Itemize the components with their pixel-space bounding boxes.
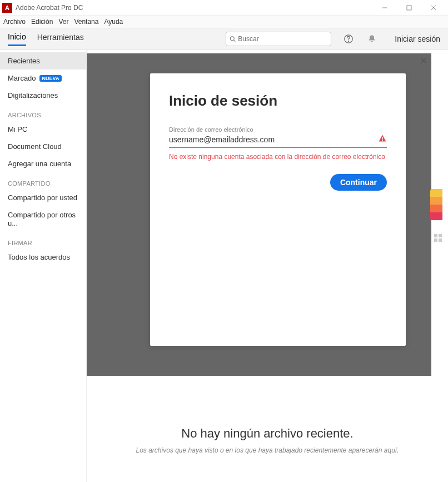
search-icon (230, 36, 236, 42)
app-icon: A (2, 3, 12, 13)
sidebar-item-label: Marcado (8, 74, 36, 82)
empty-state: No hay ningún archivo reciente. Los arch… (87, 426, 448, 454)
signin-modal: Inicio de sesión Dirección de correo ele… (150, 73, 406, 346)
minimize-button[interactable] (372, 0, 397, 16)
menu-edit[interactable]: Edición (31, 18, 53, 26)
sidebar-item-mypc[interactable]: Mi PC (0, 121, 86, 138)
menu-view[interactable]: Ver (58, 18, 68, 26)
sidebar-item-scans[interactable]: Digitalizaciones (0, 87, 86, 104)
color-stripe (430, 189, 442, 220)
continue-button[interactable]: Continuar (330, 174, 387, 191)
menubar: Archivo Edición Ver Ventana Ayuda (0, 16, 448, 28)
svg-rect-15 (382, 140, 383, 141)
svg-rect-11 (439, 238, 442, 242)
svg-rect-9 (439, 234, 442, 237)
bell-icon[interactable] (366, 33, 378, 45)
new-badge: NUEVA (39, 75, 62, 82)
email-input[interactable] (169, 135, 378, 144)
menu-help[interactable]: Ayuda (104, 18, 123, 26)
close-button[interactable] (421, 0, 446, 16)
warning-icon (378, 134, 387, 145)
empty-subtitle: Los archivos que haya visto o en los que… (87, 446, 448, 454)
sidebar-item-shared-by-others[interactable]: Compartido por otros u... (0, 206, 86, 232)
svg-rect-1 (407, 6, 411, 10)
error-message: No existe ninguna cuenta asociada con la… (169, 152, 387, 162)
svg-rect-8 (434, 234, 437, 237)
svg-rect-14 (382, 137, 383, 140)
window-titlebar: A Adobe Acrobat Pro DC (0, 0, 448, 16)
modal-title: Inicio de sesión (169, 92, 387, 110)
menu-window[interactable]: Ventana (74, 18, 98, 26)
menu-file[interactable]: Archivo (3, 18, 26, 26)
sidebar-item-addaccount[interactable]: Agregar una cuenta (0, 155, 86, 172)
window-title: Adobe Acrobat Pro DC (16, 4, 372, 12)
svg-rect-10 (434, 238, 437, 242)
view-grid-icon[interactable] (434, 233, 442, 245)
sidebar-head-sign: FIRMAR (0, 232, 86, 249)
email-field-row (169, 134, 387, 148)
signin-link[interactable]: Iniciar sesión (395, 34, 440, 43)
sidebar-item-agreements[interactable]: Todos los acuerdos (0, 249, 86, 266)
email-label: Dirección de correo electrónico (169, 126, 387, 133)
sidebar-item-marked[interactable]: Marcado NUEVA (0, 69, 86, 87)
modal-close-button[interactable] (419, 56, 430, 67)
tab-home[interactable]: Inicio (8, 32, 26, 46)
search-box[interactable] (226, 32, 331, 46)
search-input[interactable] (238, 35, 327, 43)
empty-title: No hay ningún archivo reciente. (87, 426, 448, 441)
tab-tools[interactable]: Herramientas (37, 33, 84, 45)
toolbar: Inicio Herramientas Iniciar sesión (0, 28, 448, 50)
sidebar-head-shared: COMPARTIDO (0, 172, 86, 189)
svg-point-4 (231, 37, 235, 41)
sidebar: Recientes Marcado NUEVA Digitalizaciones… (0, 50, 87, 482)
sidebar-item-recent[interactable]: Recientes (0, 52, 86, 69)
sidebar-item-shared-by-you[interactable]: Compartido por usted (0, 189, 86, 206)
sidebar-item-doccloud[interactable]: Document Cloud (0, 138, 86, 155)
maximize-button[interactable] (397, 0, 421, 16)
svg-line-5 (234, 40, 236, 42)
sidebar-head-files: ARCHIVOS (0, 104, 86, 121)
help-icon[interactable] (342, 33, 355, 45)
svg-point-7 (349, 41, 349, 42)
